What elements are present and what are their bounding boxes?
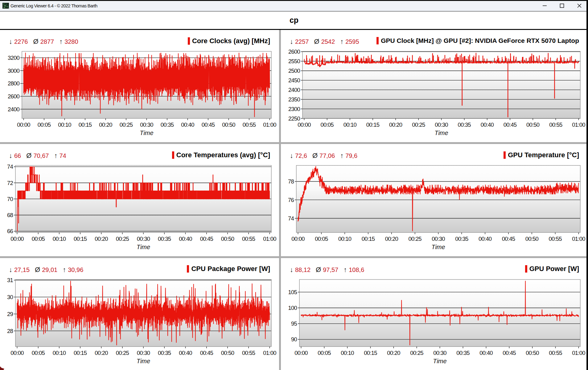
svg-text:00:10: 00:10 <box>58 121 71 128</box>
svg-text:01:00: 01:00 <box>263 349 276 356</box>
svg-text:76: 76 <box>288 197 294 203</box>
svg-text:74: 74 <box>288 215 294 222</box>
svg-text:00:30: 00:30 <box>137 236 150 242</box>
svg-text:2250: 2250 <box>288 115 300 122</box>
svg-text:00:15: 00:15 <box>74 236 87 242</box>
svg-text:01:00: 01:00 <box>263 236 276 242</box>
svg-text:105: 105 <box>288 289 297 295</box>
svg-text:00:40: 00:40 <box>179 236 192 242</box>
svg-text:00:00: 00:00 <box>291 236 305 242</box>
svg-text:95: 95 <box>291 320 297 327</box>
svg-text:00:45: 00:45 <box>502 236 515 242</box>
svg-text:00:45: 00:45 <box>202 121 215 128</box>
svg-text:00:20: 00:20 <box>385 236 398 242</box>
svg-text:00:00: 00:00 <box>298 121 311 128</box>
svg-text:00:25: 00:25 <box>116 349 129 356</box>
svg-text:00:40: 00:40 <box>479 349 493 356</box>
svg-text:72: 72 <box>7 180 13 186</box>
svg-text:00:10: 00:10 <box>343 121 357 128</box>
svg-text:00:30: 00:30 <box>137 349 150 356</box>
svg-text:2400: 2400 <box>288 87 300 93</box>
svg-text:2600: 2600 <box>288 48 300 55</box>
svg-text:00:25: 00:25 <box>116 236 129 242</box>
svg-text:00:25: 00:25 <box>409 236 422 242</box>
svg-text:Time: Time <box>431 244 445 250</box>
svg-text:2350: 2350 <box>288 96 300 103</box>
svg-text:00:15: 00:15 <box>74 349 87 356</box>
svg-text:31: 31 <box>7 277 13 283</box>
svg-text:00:35: 00:35 <box>161 121 174 128</box>
svg-text:00:00: 00:00 <box>294 349 308 356</box>
svg-text:00:05: 00:05 <box>318 349 331 356</box>
svg-text:2300: 2300 <box>288 106 300 112</box>
svg-text:00:00: 00:00 <box>10 349 24 356</box>
svg-text:00:50: 00:50 <box>526 349 539 356</box>
svg-text:00:50: 00:50 <box>221 236 234 242</box>
svg-text:Time: Time <box>137 358 150 364</box>
svg-text:3000: 3000 <box>8 68 19 74</box>
svg-text:Time: Time <box>137 244 150 250</box>
svg-text:00:20: 00:20 <box>95 236 108 242</box>
svg-text:00:10: 00:10 <box>341 349 354 356</box>
svg-text:00:20: 00:20 <box>99 121 112 128</box>
svg-text:00:45: 00:45 <box>200 236 213 242</box>
svg-text:00:30: 00:30 <box>433 349 446 356</box>
svg-text:00:05: 00:05 <box>321 121 334 128</box>
svg-text:70: 70 <box>7 196 13 202</box>
svg-text:00:25: 00:25 <box>120 121 133 128</box>
svg-text:2400: 2400 <box>8 106 19 113</box>
svg-text:30: 30 <box>7 294 13 300</box>
svg-text:00:15: 00:15 <box>362 236 375 242</box>
svg-text:00:05: 00:05 <box>32 236 45 242</box>
svg-text:00:20: 00:20 <box>387 349 400 356</box>
svg-text:00:30: 00:30 <box>140 121 153 128</box>
svg-text:00:55: 00:55 <box>549 121 562 128</box>
svg-text:00:25: 00:25 <box>410 349 423 356</box>
svg-text:2450: 2450 <box>288 77 300 84</box>
svg-text:00:05: 00:05 <box>315 236 328 242</box>
svg-text:00:30: 00:30 <box>432 236 445 242</box>
svg-text:00:05: 00:05 <box>38 121 51 128</box>
svg-text:Time: Time <box>434 130 448 136</box>
svg-text:00:20: 00:20 <box>389 121 402 128</box>
svg-text:00:20: 00:20 <box>95 349 108 356</box>
svg-text:00:45: 00:45 <box>200 349 213 356</box>
svg-text:66: 66 <box>7 228 13 234</box>
svg-text:00:15: 00:15 <box>364 349 377 356</box>
svg-text:00:35: 00:35 <box>458 121 471 128</box>
svg-text:01:00: 01:00 <box>572 236 585 242</box>
svg-text:00:15: 00:15 <box>79 121 92 128</box>
svg-text:00:40: 00:40 <box>181 121 194 128</box>
svg-text:00:35: 00:35 <box>455 236 468 242</box>
svg-text:2500: 2500 <box>288 68 300 74</box>
svg-text:00:00: 00:00 <box>17 121 30 128</box>
svg-text:Time: Time <box>433 358 446 364</box>
svg-text:2800: 2800 <box>8 80 19 87</box>
svg-text:00:50: 00:50 <box>221 349 234 356</box>
svg-text:78: 78 <box>288 178 294 185</box>
svg-text:00:35: 00:35 <box>456 349 470 356</box>
svg-text:00:35: 00:35 <box>158 236 171 242</box>
svg-text:00:50: 00:50 <box>526 121 540 128</box>
svg-text:00:10: 00:10 <box>53 236 66 242</box>
svg-text:00:40: 00:40 <box>479 236 492 242</box>
svg-text:90: 90 <box>291 336 297 343</box>
svg-text:00:50: 00:50 <box>222 121 235 128</box>
svg-text:3200: 3200 <box>8 55 19 61</box>
svg-text:00:55: 00:55 <box>243 121 256 128</box>
svg-text:2550: 2550 <box>288 58 300 64</box>
svg-text:00:55: 00:55 <box>549 349 562 356</box>
svg-text:01:00: 01:00 <box>572 121 585 128</box>
svg-text:00:55: 00:55 <box>242 236 255 242</box>
svg-text:00:15: 00:15 <box>366 121 380 128</box>
svg-text:100: 100 <box>288 305 297 311</box>
svg-text:00:25: 00:25 <box>412 121 425 128</box>
svg-text:00:40: 00:40 <box>481 121 494 128</box>
svg-text:00:50: 00:50 <box>525 236 539 242</box>
svg-text:00:30: 00:30 <box>435 121 448 128</box>
svg-text:00:00: 00:00 <box>10 236 24 242</box>
svg-text:00:55: 00:55 <box>242 349 255 356</box>
svg-text:00:35: 00:35 <box>158 349 171 356</box>
svg-text:01:00: 01:00 <box>263 121 276 128</box>
svg-text:29: 29 <box>7 310 13 317</box>
